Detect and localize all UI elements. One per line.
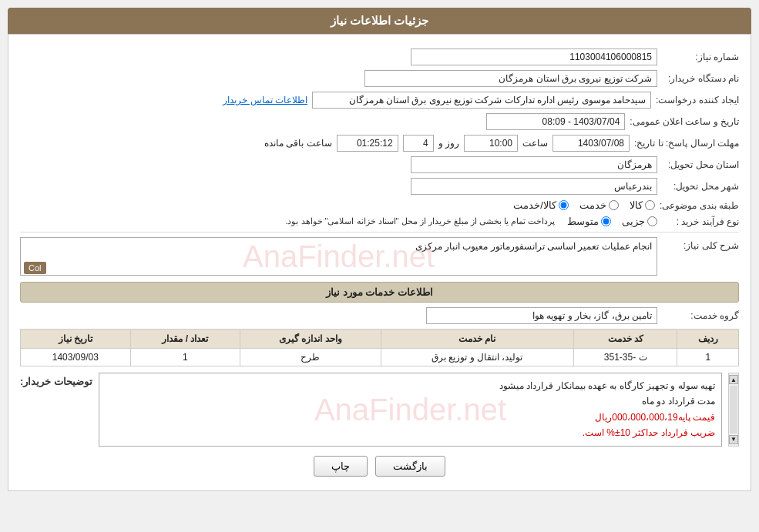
city-field: بندرعباس bbox=[411, 178, 657, 195]
reply-days-field: 4 bbox=[403, 135, 434, 152]
col-header-qty: تعداد / مقدار bbox=[130, 330, 240, 349]
scroll-up-btn[interactable]: ▲ bbox=[729, 375, 738, 384]
col-header-unit: واحد اندازه گیری bbox=[240, 330, 381, 349]
city-label: شهر محل تحویل: bbox=[662, 181, 739, 192]
reference-number-field: 1103004106000815 bbox=[411, 49, 657, 65]
remaining-time-field: 01:25:12 bbox=[337, 135, 398, 152]
creator-field: سیدحامد موسوی رئیس اداره تدارکات شرکت تو… bbox=[312, 92, 651, 109]
announce-datetime-field: 1403/07/04 - 08:09 bbox=[486, 113, 625, 130]
category-option-khedmat[interactable]: خدمت bbox=[579, 199, 619, 211]
creator-label: ایجاد کننده درخواست: bbox=[656, 95, 739, 105]
category-option-kala[interactable]: کالا bbox=[630, 199, 655, 211]
buyer-notes-content: تهیه سوله و تجهیز کارگاه به عهده بیمانکا… bbox=[99, 373, 722, 447]
remaining-label: ساعت باقی مانده bbox=[264, 138, 332, 149]
reply-date-field: 1403/07/08 bbox=[552, 135, 630, 152]
col-header-code: کد خدمت bbox=[573, 330, 677, 349]
page-header: جزئیات اطلاعات نیاز bbox=[8, 8, 751, 34]
buyer-dept-field: شرکت توزیع نیروی برق استان هرمزگان bbox=[364, 70, 657, 87]
purchase-type-label: نوع فرآیند خرید : bbox=[662, 216, 739, 227]
reply-time-field: 10:00 bbox=[464, 135, 518, 152]
print-button[interactable]: چاپ bbox=[314, 456, 368, 477]
scroll-down-btn[interactable]: ▼ bbox=[729, 435, 738, 444]
reply-days-label: روز و bbox=[438, 138, 459, 149]
description-label: شرح کلی نیاز: bbox=[662, 237, 739, 251]
col-header-date: تاریخ نیاز bbox=[21, 330, 131, 349]
back-button[interactable]: بازگشت bbox=[375, 456, 445, 477]
province-label: استان محل تحویل: bbox=[662, 159, 739, 170]
table-row: 1ت -35-351تولید، انتقال و توزیع برقطرح11… bbox=[21, 349, 739, 366]
description-field: انجام عملیات تعمیر اساسی ترانسفورماتور م… bbox=[20, 237, 657, 276]
reference-number-label: شماره نیاز: bbox=[662, 52, 739, 62]
province-field: هرمزگان bbox=[411, 156, 657, 173]
page-title: جزئیات اطلاعات نیاز bbox=[331, 14, 428, 27]
action-buttons: بازگشت چاپ bbox=[20, 456, 739, 477]
service-group-label: گروه خدمت: bbox=[662, 310, 739, 321]
purchase-type-motavasset[interactable]: متوسط bbox=[567, 216, 611, 227]
services-section-title: اطلاعات خدمات مورد نیاز bbox=[20, 282, 739, 303]
buyer-notes-label: توضیحات خریدار: bbox=[20, 373, 92, 447]
col-badge: Col bbox=[24, 263, 46, 273]
category-radio-group: کالا خدمت کالا/خدمت bbox=[513, 199, 655, 211]
category-label: طبقه بندی موضوعی: bbox=[660, 200, 739, 211]
watermark: AnaFinder.net bbox=[243, 239, 435, 274]
purchase-type-radio-group: جزیی متوسط bbox=[567, 216, 657, 227]
category-option-kala-khedmat[interactable]: کالا/خدمت bbox=[513, 199, 569, 211]
purchase-type-note: پرداخت تمام یا بخشی از مبلغ خریدار از مح… bbox=[285, 216, 555, 226]
col-header-rownum: ردیف bbox=[677, 330, 739, 349]
purchase-type-jozi[interactable]: جزیی bbox=[622, 216, 657, 227]
contact-link[interactable]: اطلاعات تماس خریدار bbox=[223, 95, 307, 105]
scrollbar[interactable]: ▲ ▼ bbox=[728, 373, 739, 447]
service-group-field: تامین برق، گاز، بخار و تهویه هوا bbox=[426, 307, 657, 324]
announce-datetime-label: تاریخ و ساعت اعلان عمومی: bbox=[630, 116, 739, 127]
buyer-dept-label: نام دستگاه خریدار: bbox=[662, 73, 739, 84]
reply-time-label: ساعت bbox=[522, 138, 548, 149]
services-table: ردیف کد خدمت نام خدمت واحد اندازه گیری ت… bbox=[20, 329, 739, 366]
reply-deadline-label: مهلت ارسال پاسخ: تا تاریخ: bbox=[634, 138, 739, 149]
col-header-name: نام خدمت bbox=[381, 330, 573, 349]
